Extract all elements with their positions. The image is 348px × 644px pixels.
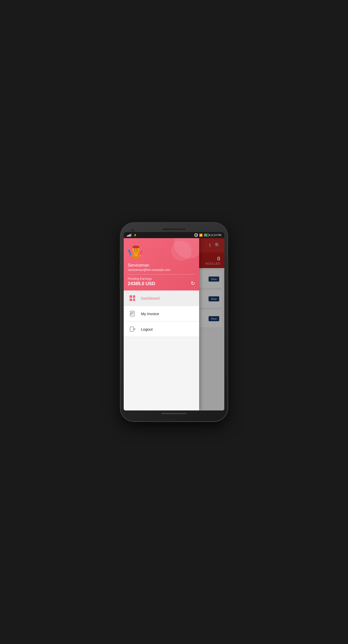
refresh-button[interactable]: ↻	[191, 280, 195, 286]
status-left: ⚡	[127, 234, 137, 237]
earnings-section: Pending Earnings 24385.0 USD ↻	[128, 277, 195, 286]
svg-point-4	[132, 246, 139, 249]
svg-point-5	[134, 250, 135, 251]
dashboard-icon	[129, 295, 136, 302]
logout-icon	[129, 326, 136, 333]
usb-icon: ⚡	[133, 234, 137, 237]
phone-bottom	[124, 410, 224, 417]
silent-switch	[120, 278, 121, 288]
svg-rect-16	[130, 327, 134, 331]
camera	[131, 229, 134, 232]
volume-down-button	[120, 265, 121, 275]
earnings-label: Pending Earnings	[128, 277, 155, 281]
phone-frame: ⚡ 📶 12:24 PM t 🔍	[121, 223, 227, 421]
earnings-amount: 24385.0 USD	[128, 281, 155, 286]
battery-icon	[204, 234, 209, 236]
svg-rect-9	[140, 250, 142, 255]
navigation-drawer: Serviceman serviceman@fsm.example.com Pe…	[124, 238, 199, 410]
svg-rect-2	[134, 253, 138, 256]
dashboard-label: Dashboard	[141, 296, 160, 300]
dnd-icon	[194, 233, 198, 237]
drawer-menu: Dashboard My	[124, 290, 199, 410]
volume-up-button	[120, 253, 121, 261]
speaker	[163, 228, 185, 230]
status-right: 📶 12:24 PM	[194, 233, 221, 237]
user-name: Serviceman	[128, 263, 195, 268]
avatar-container	[128, 243, 195, 260]
user-email: serviceman@fsm.example.com	[128, 268, 195, 274]
invoice-icon	[129, 310, 136, 317]
invoice-label: My Invoice	[141, 312, 159, 316]
svg-rect-11	[130, 311, 134, 316]
home-indicator	[161, 413, 187, 414]
screen-content: t 🔍 0 NCELLED EXPRESS New	[124, 238, 224, 410]
signal-icon	[127, 234, 132, 237]
drawer-header: Serviceman serviceman@fsm.example.com Pe…	[124, 238, 199, 290]
menu-item-invoice[interactable]: My Invoice	[124, 306, 199, 321]
phone-top	[124, 227, 224, 232]
phone-screen: ⚡ 📶 12:24 PM t 🔍	[124, 232, 224, 410]
menu-item-dashboard[interactable]: Dashboard	[124, 290, 199, 306]
menu-item-logout[interactable]: Logout	[124, 321, 199, 337]
avatar	[128, 243, 144, 259]
earnings-info: Pending Earnings 24385.0 USD	[128, 277, 155, 286]
logout-label: Logout	[141, 327, 153, 331]
power-button	[227, 258, 228, 271]
status-time: 12:24 PM	[210, 234, 221, 237]
status-bar: ⚡ 📶 12:24 PM	[124, 232, 224, 238]
svg-point-6	[137, 250, 138, 251]
wifi-icon: 📶	[199, 234, 203, 237]
